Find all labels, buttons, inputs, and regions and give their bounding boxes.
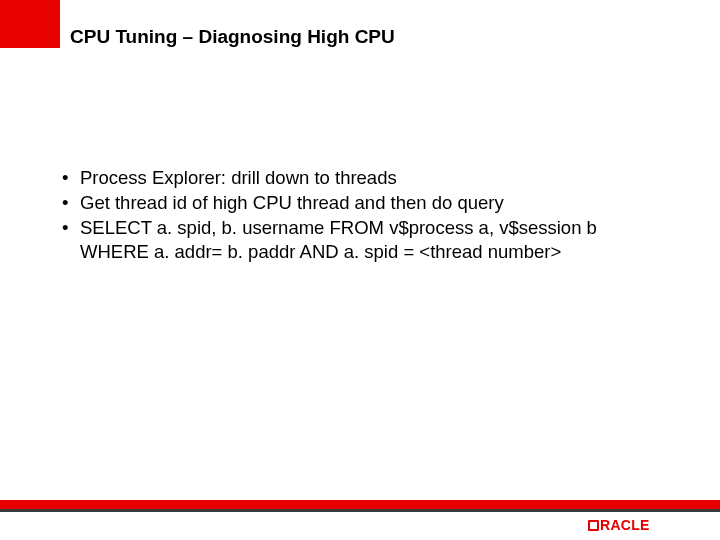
footer-bar [0, 500, 720, 512]
logo-text: RACLE [588, 517, 650, 533]
slide: CPU Tuning – Diagnosing High CPU Process… [0, 0, 720, 540]
oracle-logo: RACLE [588, 517, 688, 533]
logo-o-icon [588, 520, 599, 531]
list-item: Process Explorer: drill down to threads [62, 166, 660, 190]
footer-red-stripe [0, 500, 720, 509]
slide-title: CPU Tuning – Diagnosing High CPU [70, 26, 395, 48]
list-item: SELECT a. spid, b. username FROM v$proce… [62, 216, 660, 264]
footer-dark-stripe [0, 509, 720, 512]
bullet-list: Process Explorer: drill down to threads … [62, 166, 660, 264]
slide-content: Process Explorer: drill down to threads … [62, 166, 660, 265]
corner-accent [0, 0, 60, 48]
logo-label: RACLE [600, 517, 650, 533]
list-item: Get thread id of high CPU thread and the… [62, 191, 660, 215]
